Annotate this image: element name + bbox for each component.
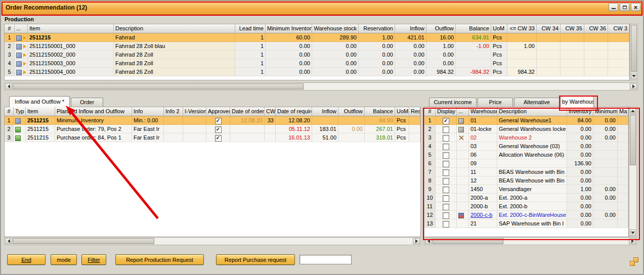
column-header-balance[interactable]: Balance	[365, 107, 395, 116]
cell-inflow[interactable]: 0.00	[395, 59, 426, 68]
cell-balance[interactable]: 84.00	[365, 116, 395, 125]
cell-max[interactable]	[618, 142, 628, 151]
cell-description[interactable]: Warehouse 2	[497, 133, 567, 142]
cell-cw35[interactable]	[561, 42, 584, 51]
cell-uom[interactable]: Pcs	[491, 33, 507, 42]
cell-inventory[interactable]: 0.00	[567, 151, 593, 159]
cell-outflow[interactable]: 1.00	[426, 42, 456, 51]
scroll-left-button[interactable]	[5, 83, 12, 89]
cell-inventory[interactable]: 136.90	[567, 159, 593, 168]
cell-num[interactable]: 5	[5, 68, 15, 76]
cell-inventory[interactable]: 1.00	[567, 185, 593, 194]
cell-info2[interactable]	[164, 116, 183, 125]
cell-outflow[interactable]: 984.32	[426, 68, 456, 76]
display-checkbox[interactable]	[443, 204, 449, 210]
cell-warehouse[interactable]: 2000-a	[469, 194, 497, 202]
cell-display[interactable]	[436, 185, 457, 194]
cell-inflow[interactable]	[312, 116, 338, 125]
cell-date_of_order[interactable]: 12.08.20	[230, 116, 265, 125]
cell-max[interactable]	[618, 116, 628, 125]
cell-num[interactable]: 5	[424, 151, 436, 159]
cell-warehouse[interactable]: 11	[469, 168, 497, 176]
column-header-planned[interactable]: Planned Inflow and Outflow	[55, 107, 132, 116]
cell-description[interactable]: General Warehouses locke	[497, 125, 567, 133]
cell-icons[interactable]	[457, 168, 469, 176]
cell-display[interactable]	[436, 211, 457, 219]
column-header-cw[interactable]: CW	[265, 107, 276, 116]
cell-inventory[interactable]: 0.00	[567, 211, 593, 219]
column-header-max[interactable]: Ma	[618, 107, 628, 116]
inflow-outflow-row[interactable]: 32511215Purchase order: 84, Pos 1Far Eas…	[5, 133, 420, 142]
cell-num[interactable]: 2	[5, 125, 14, 133]
cell-cw34[interactable]	[537, 42, 561, 51]
cell-minimum[interactable]: 0.00	[593, 125, 618, 133]
cell-minimum_inventory[interactable]: 0.00	[266, 51, 312, 59]
cell-info[interactable]: Min.: 0.00	[132, 116, 164, 125]
cell-info[interactable]: Far East Ir	[132, 125, 164, 133]
cell-warehouse[interactable]: 1450	[469, 185, 497, 194]
cell-icons[interactable]	[457, 125, 469, 133]
cell-item[interactable]: 25112150002_000	[28, 51, 114, 59]
cell-reservation[interactable]: 1.00	[359, 33, 395, 42]
cell-item[interactable]: 2511215	[28, 33, 114, 42]
scroll-right-button[interactable]	[413, 238, 420, 244]
end-button[interactable]: End	[7, 254, 46, 265]
cell-minimum[interactable]	[593, 142, 618, 151]
cell-warehouse[interactable]: 21	[469, 219, 497, 228]
cell-uom[interactable]: Pcs	[491, 42, 507, 51]
cell-num[interactable]: 6	[424, 159, 436, 168]
column-header-outflow[interactable]: Outflow	[338, 107, 365, 116]
cell-minimum_inventory[interactable]: 0.00	[266, 42, 312, 51]
display-checkbox[interactable]	[443, 187, 449, 193]
cell-outflow[interactable]: 16.00	[426, 33, 456, 42]
tab-current-income[interactable]: Current income	[429, 98, 477, 107]
cell-outflow[interactable]: 0.00	[338, 125, 365, 133]
display-checkbox[interactable]	[443, 212, 449, 219]
warehouse-table-horizontal-scrollbar[interactable]	[424, 237, 637, 245]
window-titlebar[interactable]: Order Recommendation (12)	[1, 1, 643, 15]
column-header-warehouse_stock[interactable]: Warehouse stock	[312, 24, 359, 33]
cell-max[interactable]	[618, 202, 628, 211]
cell-cw33[interactable]	[507, 59, 537, 68]
cell-cw36[interactable]	[584, 59, 608, 68]
cell-num[interactable]: 1	[5, 116, 14, 125]
cell-icons[interactable]	[457, 133, 469, 142]
approved-checkbox[interactable]: ✓	[215, 135, 222, 142]
cell-warehouse_stock[interactable]: 0.00	[312, 68, 359, 76]
cell-inflow[interactable]: 0.00	[395, 51, 426, 59]
approved-checkbox[interactable]: ✓	[215, 126, 222, 133]
cell-cw35[interactable]	[561, 59, 584, 68]
cell-date_of_requirement[interactable]: 05.11.12	[276, 125, 312, 133]
cell-num[interactable]: 10	[424, 194, 436, 202]
column-header-num[interactable]: #	[5, 24, 15, 33]
cell-icons[interactable]	[14, 116, 26, 125]
warehouse-row[interactable]: 112000-bExt. 2000-b0.00	[424, 202, 628, 211]
warehouse-row[interactable]: 201-lockeGeneral Warehouses locke0.000.0…	[424, 125, 628, 133]
cell-outflow[interactable]: 0.00	[426, 51, 456, 59]
cell-max[interactable]	[618, 151, 628, 159]
cell-warehouse_stock[interactable]: 289.90	[312, 33, 359, 42]
cell-date_of_requirement[interactable]: 16.01.13	[276, 133, 312, 142]
column-header-icons[interactable]: Typ	[14, 107, 26, 116]
cell-inventory[interactable]: 0.00	[567, 219, 593, 228]
cell-max[interactable]	[618, 194, 628, 202]
cell-cw[interactable]	[265, 125, 276, 133]
cell-num[interactable]: 4	[424, 142, 436, 151]
cell-planned[interactable]: Minimum Inventory	[55, 116, 132, 125]
cell-display[interactable]	[436, 202, 457, 211]
cell-description[interactable]: General Warehouse1	[497, 116, 567, 125]
cell-icons[interactable]	[457, 151, 469, 159]
cell-num[interactable]: 13	[424, 219, 436, 228]
column-header-inflow[interactable]: Inflow	[395, 24, 426, 33]
cell-inflow[interactable]: 0.00	[395, 42, 426, 51]
cell-planned[interactable]: Purchase order: 79, Pos 2	[55, 125, 132, 133]
cell-display[interactable]	[436, 125, 457, 133]
column-header-lead_time[interactable]: Lead time	[235, 24, 266, 33]
scrollbar-thumb[interactable]	[13, 83, 304, 89]
cell-minimum[interactable]: 0.00	[593, 133, 618, 142]
cell-inventory[interactable]: 84.00	[567, 116, 593, 125]
warehouse-row[interactable]: 302Warehouse 20.000.00	[424, 133, 628, 142]
report-production-request-button[interactable]: Report Production Request	[115, 254, 204, 265]
cell-res[interactable]	[409, 133, 420, 142]
scroll-right-button[interactable]	[629, 238, 636, 244]
